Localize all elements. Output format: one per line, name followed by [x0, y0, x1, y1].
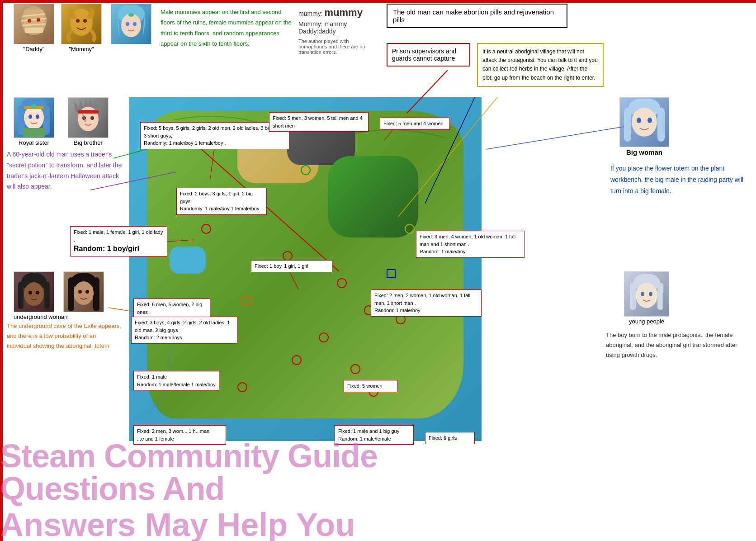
svg-rect-31 — [18, 282, 24, 309]
cb3-fixed: Fixed: 5 men and 4 women — [383, 121, 444, 126]
daddy-label: "Daddy" — [14, 46, 54, 52]
old-man-box: The old man can make abortion pills and … — [387, 4, 567, 28]
cb14-fixed: Fixed: 1 male and 1 big guy — [338, 427, 410, 435]
svg-point-47 — [647, 118, 652, 123]
old-man-story-text: A 60-year-old old man uses a trader's "s… — [7, 149, 123, 192]
royal-sister-label: Royal sister — [14, 139, 54, 146]
blue-mummy-portrait-container — [111, 4, 151, 44]
young-portrait — [624, 271, 669, 317]
cb10-fixed: Fixed: 2 men, 2 women, 1 old woman, 1 ta… — [374, 292, 478, 307]
marker-5 — [283, 251, 293, 261]
svg-point-15 — [133, 22, 137, 26]
marker-1 — [201, 224, 211, 234]
underground-story: The underground cave of the Exile appear… — [7, 321, 122, 351]
callout-cb8: Fixed: 6 men, 5 women, 2 big ones . — [133, 299, 210, 318]
svg-point-6 — [37, 18, 40, 22]
royal-sister-container: Royal sister — [14, 97, 54, 146]
svg-rect-50 — [657, 283, 663, 310]
royal-sister-portrait — [14, 97, 54, 138]
cb12-fixed: Fixed: 5 women — [347, 383, 383, 389]
mummy-description: Male mummies appear on the first and sec… — [161, 7, 292, 49]
prison-text: Prison supervisors and guards cannot cap… — [392, 47, 456, 62]
watermark-line1: Steam Community Guide Questions And — [0, 438, 378, 507]
bigwoman-portrait — [619, 97, 669, 147]
callout-cb6: Fixed: 1 boy, 1 girl, 1 girl — [251, 260, 332, 272]
svg-point-40 — [78, 290, 82, 294]
svg-point-45 — [632, 108, 657, 137]
svg-point-21 — [32, 104, 36, 108]
marker-4 — [405, 224, 415, 234]
bigwoman-story-text: If you place the flower totem on the pla… — [610, 163, 746, 197]
neutral-village-box: It is a neutral aboriginal village that … — [477, 43, 604, 87]
svg-point-34 — [28, 291, 32, 294]
young-label: young people — [624, 318, 669, 325]
daddy-portrait-container: "Daddy" — [14, 4, 54, 52]
svg-point-12 — [121, 14, 141, 37]
cb1-random: Randomly: 1 male/boy 1 female/boy . — [144, 140, 226, 146]
callout-cb11: Fixed: 1 male Random: 1 male/female 1 ma… — [133, 371, 219, 390]
callout-cb12: Fixed: 5 women — [344, 380, 398, 392]
bigwoman-label: Big woman — [619, 148, 669, 156]
underground-portrait2 — [63, 271, 104, 312]
svg-rect-7 — [25, 28, 43, 33]
young-story: The boy born to the male protagonist, th… — [606, 330, 746, 360]
word-note: mummy: mummy Mommy: mammy Daddy:daddy Th… — [298, 7, 371, 55]
cb11-fixed: Fixed: 1 male — [137, 373, 216, 381]
callout-cb2: Fixed: 5 men, 3 women, 5 tall men and 4 … — [269, 112, 369, 132]
marker-3 — [301, 165, 311, 175]
svg-point-13 — [128, 13, 134, 17]
old-man-story: A 60-year-old old man uses a trader's "s… — [7, 149, 123, 192]
svg-rect-32 — [44, 282, 50, 309]
blue-mummy-portrait — [111, 4, 151, 44]
svg-point-46 — [637, 118, 641, 123]
daddy-word-label: Daddy:daddy — [298, 28, 371, 35]
svg-point-51 — [636, 283, 657, 308]
mommy-label: "Mommy" — [61, 46, 102, 52]
mommy-portrait-container: "Mommy" — [61, 4, 102, 52]
mummy-desc-text: Male mummies appear on the first and sec… — [161, 7, 292, 49]
underground-story-text: The underground cave of the Exile appear… — [7, 321, 122, 351]
underground-woman1-container: underground woman — [14, 271, 67, 320]
svg-rect-43 — [624, 108, 631, 142]
marker-12 — [237, 382, 247, 392]
bigwoman-story: If you place the flower totem on the pla… — [610, 163, 746, 197]
bigbro-portrait — [68, 97, 109, 138]
callout-cb10: Fixed: 2 men, 2 women, 1 old woman, 1 ta… — [371, 289, 482, 317]
neutral-village-text: It is a neutral aboriginal village that … — [482, 48, 598, 81]
svg-point-33 — [24, 282, 44, 306]
cb11-random: Random: 1 male/female 1 male/boy — [137, 381, 216, 389]
bigwoman-container: Big woman — [619, 97, 669, 156]
top-border — [0, 0, 756, 3]
map-water-inner — [170, 247, 206, 274]
cb2-fixed: Fixed: 5 men, 3 women, 5 tall men and 4 … — [273, 115, 363, 128]
daddy-portrait — [14, 4, 54, 44]
marker-sq2 — [242, 296, 251, 305]
young-container: young people — [624, 271, 669, 325]
svg-point-19 — [24, 106, 44, 129]
translation-note: The author played with homophones and th… — [298, 38, 371, 55]
map-forest — [328, 156, 418, 237]
mommy-word-label: Mommy: mammy — [298, 20, 371, 28]
cb5-random: Random: 1 boy/girl — [74, 243, 164, 254]
cb10-random: Random: 1 male/boy — [374, 307, 478, 314]
cb4-fixed: Fixed: 2 boys, 3 girls, 1 girl, 2 big gu… — [180, 191, 253, 204]
callout-cb1: Fixed: 5 boys, 5 girls, 2 girls, 2 old m… — [140, 122, 289, 149]
callout-cb7: Fixed: 3 men, 4 women, 1 old woman, 1 ta… — [416, 231, 524, 258]
cb7-fixed: Fixed: 3 men, 4 women, 1 old woman, 1 ta… — [420, 233, 521, 248]
cb1-fixed: Fixed: 5 boys, 5 girls, 2 girls, 2 old m… — [144, 125, 285, 138]
marker-8 — [319, 332, 329, 342]
svg-rect-44 — [657, 108, 665, 142]
svg-rect-49 — [630, 283, 636, 310]
svg-rect-24 — [23, 128, 45, 137]
old-man-text: The old man can make abortion pills and … — [393, 8, 554, 24]
marker-10 — [292, 355, 302, 365]
watermark-subtitle: Answers May Help You — [0, 508, 497, 541]
cb4-random: Randomly: 1 male/boy 1 female/boy — [180, 206, 259, 211]
bigbro-label: Big brother — [68, 139, 109, 146]
page-container: "Daddy" "Mommy" — [0, 0, 756, 541]
underground-woman2-container — [63, 271, 104, 312]
svg-point-52 — [641, 292, 644, 296]
svg-point-22 — [28, 114, 32, 119]
marker-11 — [350, 364, 360, 374]
cb9-fixed: Fixed: 3 boys, 4 girls, 2 girls, 2 old l… — [135, 319, 234, 334]
